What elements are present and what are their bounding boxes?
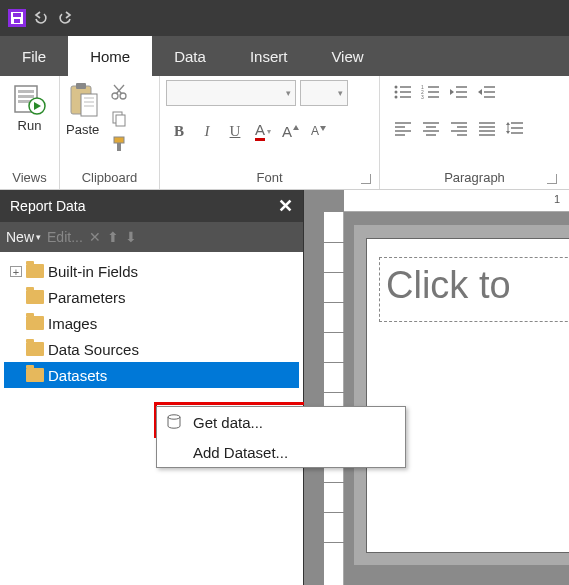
horizontal-ruler: 1 (344, 190, 569, 212)
folder-icon (26, 368, 44, 382)
font-name-combo[interactable]: ▾ (166, 80, 296, 106)
svg-point-14 (112, 93, 118, 99)
svg-rect-21 (117, 143, 121, 151)
copy-button[interactable] (107, 106, 131, 130)
svg-rect-4 (18, 90, 34, 93)
close-icon[interactable]: ✕ (278, 195, 293, 217)
edit-button[interactable]: Edit... (47, 229, 83, 245)
delete-icon[interactable]: ✕ (89, 229, 101, 245)
brush-icon (110, 135, 128, 153)
tab-file[interactable]: File (0, 36, 68, 76)
format-painter-button[interactable] (107, 132, 131, 156)
svg-rect-10 (81, 94, 97, 116)
justify-button[interactable] (474, 116, 500, 140)
svg-point-15 (120, 93, 126, 99)
redo-icon[interactable] (56, 9, 74, 27)
tree-item-parameters[interactable]: Parameters (4, 284, 299, 310)
font-color-button[interactable]: A▾ (250, 118, 276, 144)
tree-item-datasets[interactable]: Datasets (4, 362, 299, 388)
tab-view[interactable]: View (309, 36, 385, 76)
font-group-label: Font (166, 168, 373, 187)
numbering-button[interactable]: 123 (418, 80, 444, 104)
paste-button[interactable]: Paste (66, 80, 99, 137)
paste-label: Paste (66, 122, 99, 137)
align-center-button[interactable] (418, 116, 444, 140)
svg-text:3: 3 (421, 94, 424, 100)
menu-tabs: File Home Data Insert View (0, 36, 569, 76)
svg-rect-5 (18, 95, 34, 98)
menu-item-get-data[interactable]: Get data... (157, 407, 405, 437)
ribbon: Run Views Paste (0, 76, 569, 190)
font-dialog-launcher[interactable] (361, 174, 371, 184)
tree: + Built-in Fields Parameters Images Data… (0, 252, 303, 394)
svg-point-24 (395, 91, 398, 94)
bold-button[interactable]: B (166, 118, 192, 144)
report-data-panel: Report Data ✕ New▾ Edit... ✕ ⬆ ⬇ + Built… (0, 190, 304, 585)
folder-icon (26, 316, 44, 330)
cut-button[interactable] (107, 80, 131, 104)
context-menu: Get data... Add Dataset... (156, 406, 406, 468)
bullets-button[interactable] (390, 80, 416, 104)
cut-icon (110, 83, 128, 101)
tab-insert[interactable]: Insert (228, 36, 310, 76)
title-bar (0, 0, 569, 36)
work-area: Report Data ✕ New▾ Edit... ✕ ⬆ ⬇ + Built… (0, 190, 569, 585)
italic-button[interactable]: I (194, 118, 220, 144)
report-page[interactable]: Click to (366, 238, 569, 553)
svg-rect-9 (76, 83, 86, 89)
placeholder-text: Click to (380, 258, 569, 307)
svg-point-26 (395, 96, 398, 99)
folder-icon (26, 264, 44, 278)
folder-icon (26, 290, 44, 304)
underline-button[interactable]: U (222, 118, 248, 144)
report-data-toolbar: New▾ Edit... ✕ ⬆ ⬇ (0, 222, 303, 252)
report-data-title: Report Data (10, 198, 85, 214)
line-spacing-button[interactable] (502, 116, 528, 140)
tree-item-data-sources[interactable]: Data Sources (4, 336, 299, 362)
move-down-icon[interactable]: ⬇ (125, 229, 137, 245)
move-up-icon[interactable]: ⬆ (107, 229, 119, 245)
svg-point-22 (395, 86, 398, 89)
font-size-combo[interactable]: ▾ (300, 80, 348, 106)
paste-icon (67, 80, 99, 120)
align-left-button[interactable] (390, 116, 416, 140)
title-placeholder[interactable]: Click to (379, 257, 569, 322)
increase-indent-button[interactable] (474, 80, 500, 104)
grow-font-button[interactable]: A (278, 118, 304, 144)
svg-rect-20 (114, 137, 124, 143)
run-label: Run (18, 118, 42, 133)
paragraph-dialog-launcher[interactable] (547, 174, 557, 184)
database-icon (165, 414, 183, 430)
tab-data[interactable]: Data (152, 36, 228, 76)
report-data-header: Report Data ✕ (0, 190, 303, 222)
folder-icon (26, 342, 44, 356)
svg-rect-19 (116, 115, 125, 126)
svg-rect-2 (14, 19, 20, 23)
svg-rect-1 (13, 13, 21, 17)
svg-point-60 (168, 415, 180, 419)
new-button[interactable]: New▾ (6, 229, 41, 245)
copy-icon (110, 109, 128, 127)
design-canvas[interactable]: 1 Click to (304, 190, 569, 585)
clipboard-group-label: Clipboard (66, 168, 153, 187)
shrink-font-button[interactable]: A (306, 118, 332, 144)
vertical-ruler (324, 212, 344, 585)
decrease-indent-button[interactable] (446, 80, 472, 104)
save-icon[interactable] (8, 9, 26, 27)
views-group-label: Views (6, 168, 53, 187)
menu-item-add-dataset[interactable]: Add Dataset... (157, 437, 405, 467)
tab-home[interactable]: Home (68, 36, 152, 76)
run-icon (13, 82, 47, 116)
tree-item-builtin-fields[interactable]: + Built-in Fields (4, 258, 299, 284)
run-button[interactable]: Run (11, 80, 49, 135)
align-right-button[interactable] (446, 116, 472, 140)
paragraph-group-label: Paragraph (390, 168, 559, 187)
undo-icon[interactable] (32, 9, 50, 27)
tree-item-images[interactable]: Images (4, 310, 299, 336)
